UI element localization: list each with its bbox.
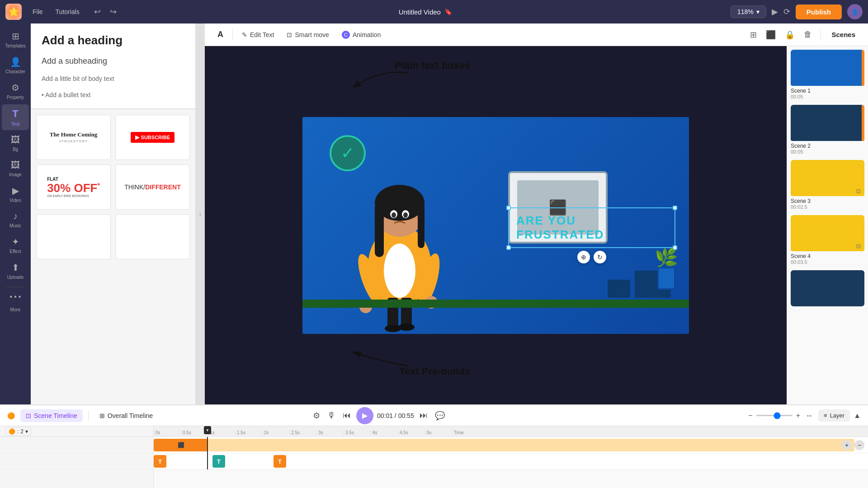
scene-item-2[interactable]: Scene 2 00:05	[791, 105, 864, 156]
desk-surface	[302, 300, 689, 308]
sidebar-item-text[interactable]: T Text	[2, 104, 29, 130]
move-control[interactable]: ⊕	[577, 251, 590, 263]
fit-icon[interactable]: ↔	[804, 410, 815, 422]
sidebar-label-bg: Bg	[13, 147, 18, 152]
title-edit-icon[interactable]: 🔖	[444, 8, 452, 15]
file-menu[interactable]: File	[27, 5, 48, 18]
text-controls: ⊕ ↻	[577, 251, 606, 263]
text-format-button[interactable]: A	[212, 27, 229, 42]
frame-icon[interactable]: ⬛	[763, 27, 778, 42]
sidebar-label-character: Character	[5, 69, 25, 74]
panel-collapse-button[interactable]: ‹	[196, 23, 205, 404]
youtube-icon: ▶	[135, 134, 139, 141]
sidebar-item-uploads[interactable]: ⬆ Uploads	[2, 258, 29, 283]
playhead-line: ▼	[207, 437, 208, 469]
prebuild-sale[interactable]: FLAT 30% OFF* ON EARLY BIRD BOOKINGS	[36, 164, 111, 210]
canvas-scenes-area: ✓	[205, 46, 868, 404]
sidebar-item-bg[interactable]: 🖼 Bg	[2, 131, 29, 155]
share-icon[interactable]: ⟳	[783, 7, 790, 17]
lock-icon[interactable]: 🔒	[782, 27, 797, 42]
ruler-ticks-container: 0s 0.5s 1s 1.5s 2s 2.5s 3s 3.5s 4s 4.5s …	[154, 430, 868, 435]
captions-icon[interactable]: 💬	[433, 409, 447, 422]
animation-button[interactable]: C Animation	[336, 28, 386, 42]
prebuild-slogan[interactable]: THINK/DIFFERENT	[115, 164, 190, 210]
zoom-minus-icon[interactable]: −	[746, 410, 754, 422]
avatar[interactable]: 👤	[847, 4, 863, 19]
prebuild-empty-2[interactable]	[115, 214, 190, 259]
tutorials-menu[interactable]: Tutorials	[50, 5, 85, 18]
zoom-controls: − + ↔	[746, 410, 815, 422]
scene-timeline-tab[interactable]: ⊡ Scene Timeline	[20, 409, 83, 422]
topbar: 🌟 File Tutorials ↩ ↪ Untitled Video 🔖 11…	[0, 0, 868, 23]
redo-button[interactable]: ↪	[106, 5, 120, 19]
play-button[interactable]: ▶	[356, 407, 373, 424]
prebuild-movie-title[interactable]: The Home Coming #TRUESTORY	[36, 115, 111, 160]
bullet-text-item[interactable]: Add a bullet text	[38, 89, 188, 101]
scenes-panel: Scene 1 00:05 Scene 2 00:05	[787, 46, 868, 404]
prebuild-empty-1[interactable]	[36, 214, 111, 259]
text-clip-t1[interactable]: T	[154, 455, 166, 468]
scene-item-4[interactable]: ⊡ Scene 4 00:03.5	[791, 215, 864, 267]
time-separator: /	[395, 412, 398, 419]
undo-button[interactable]: ↩	[90, 5, 104, 19]
current-time: 00:01	[377, 412, 393, 419]
scene-item-1[interactable]: Scene 1 00:05	[791, 50, 864, 101]
sidebar-label-property: Property	[7, 95, 24, 100]
animation-label: Animation	[353, 31, 381, 38]
text-clip-t3[interactable]: T	[274, 455, 286, 468]
delete-icon[interactable]: 🗑	[801, 27, 815, 42]
clip-icon: ⬛	[178, 442, 184, 448]
tick-15s: 1.5s	[235, 430, 262, 435]
svg-rect-4	[375, 203, 384, 257]
track-add-btn[interactable]: +	[842, 440, 852, 450]
main-video-clip[interactable]: ⬛	[154, 439, 208, 451]
sidebar-item-image[interactable]: 🖼 Image	[2, 156, 29, 181]
smart-move-button[interactable]: ⊡ Smart move	[281, 28, 334, 41]
settings-playback-icon[interactable]: ⚙	[311, 409, 322, 422]
mic-icon[interactable]: 🎙	[326, 409, 337, 422]
preview-play-icon[interactable]: ▶	[772, 7, 778, 17]
rotate-control[interactable]: ↻	[594, 251, 606, 263]
sidebar-item-character[interactable]: 👤 Character	[2, 53, 29, 78]
body-text-item[interactable]: Add a little bit of body text	[38, 72, 188, 85]
heading-text-item[interactable]: Add a heading	[38, 31, 188, 50]
expand-timeline-icon[interactable]: ▲	[854, 412, 861, 420]
bg-clip[interactable]	[208, 439, 854, 451]
tick-2s: 2s	[262, 430, 289, 435]
grid-icon[interactable]: ⊞	[747, 27, 760, 42]
sidebar-item-effect[interactable]: ✦ Effect	[2, 233, 29, 258]
selected-text-element[interactable]: ARE YOU FRUSTRATED ⊕ ↻	[508, 207, 675, 248]
prebuild-subscribe[interactable]: ▶ SUBSCRIBE	[115, 115, 190, 160]
sale-inner: FLAT 30% OFF* ON EARLY BIRD BOOKINGS	[47, 177, 100, 198]
skip-forward-icon[interactable]: ⏭	[418, 409, 429, 422]
scene-item-5[interactable]	[791, 270, 864, 306]
svg-point-8	[392, 212, 396, 218]
track-sub-btn[interactable]: −	[854, 440, 864, 450]
sidebar-item-property[interactable]: ⚙ Property	[2, 79, 29, 103]
sidebar-item-templates[interactable]: ⊞ Templates	[2, 27, 29, 52]
edit-text-button[interactable]: ✎ Edit Text	[236, 28, 279, 41]
app-logo[interactable]: 🌟	[5, 4, 22, 20]
skip-back-icon[interactable]: ⏮	[341, 409, 353, 422]
more-button[interactable]: More	[7, 304, 24, 316]
sidebar-item-music[interactable]: ♪ Music	[2, 207, 29, 232]
layer-button[interactable]: ≡ Layer	[818, 409, 850, 422]
scene-2-duration: 00:05	[791, 149, 864, 155]
subscribe-text: SUBSCRIBE	[141, 135, 170, 140]
text-icon: T	[12, 108, 18, 120]
editor-toolbar: A ✎ Edit Text ⊡ Smart move C Animation ⊞…	[205, 23, 868, 46]
scene-2-bar	[862, 105, 864, 141]
dots-more[interactable]: •••	[8, 291, 23, 303]
text-clip-t2[interactable]: T	[212, 455, 225, 468]
sidebar-item-video[interactable]: ▶ Video	[2, 182, 29, 206]
subheading-text-item[interactable]: Add a subheading	[38, 54, 188, 69]
publish-button[interactable]: Publish	[796, 5, 842, 19]
scene-item-3[interactable]: ⊡ Scene 3 00:02.5	[791, 160, 864, 211]
zoom-control[interactable]: 118% ▾	[731, 5, 766, 18]
scene-chevron-icon[interactable]: ▾	[25, 428, 28, 435]
canvas[interactable]: ✓	[302, 117, 689, 334]
zoom-plus-icon[interactable]: +	[794, 410, 802, 422]
smart-move-label: Smart move	[295, 31, 329, 38]
overall-timeline-tab[interactable]: ⊞ Overall Timeline	[94, 409, 158, 422]
zoom-slider[interactable]	[756, 415, 793, 416]
